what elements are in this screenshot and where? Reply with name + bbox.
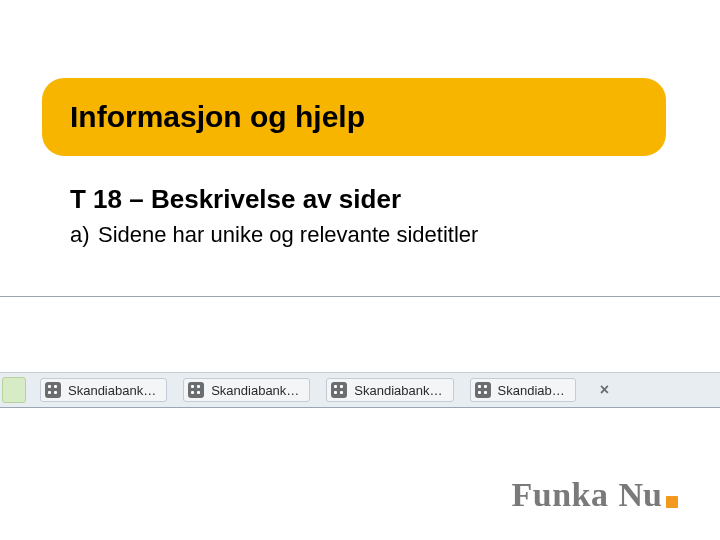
close-icon[interactable]: × bbox=[600, 381, 609, 399]
bullet-marker: a) bbox=[70, 222, 98, 248]
logo: Funka Nu bbox=[512, 476, 678, 514]
bullet-text: Sidene har unike og relevante sidetitler bbox=[98, 222, 478, 247]
browser-tab[interactable]: Skandiabank… bbox=[40, 378, 167, 402]
title-bar: Informasjon og hjelp bbox=[42, 78, 666, 156]
subtitle: T 18 – Beskrivelse av sider bbox=[70, 184, 401, 215]
tab-label: Skandiab… bbox=[498, 383, 565, 398]
browser-tab[interactable]: Skandiab… bbox=[470, 378, 576, 402]
favicon-icon bbox=[331, 382, 347, 398]
browser-tab[interactable]: Skandiabank… bbox=[183, 378, 310, 402]
favicon-icon bbox=[45, 382, 61, 398]
logo-word-1: Funka bbox=[512, 476, 609, 514]
logo-dot-icon bbox=[666, 496, 678, 508]
favicon-icon bbox=[188, 382, 204, 398]
browser-tabstrip: Skandiabank… Skandiabank… Skandiabank… S… bbox=[0, 372, 720, 407]
tab-label: Skandiabank… bbox=[211, 383, 299, 398]
slide-title: Informasjon og hjelp bbox=[70, 100, 365, 134]
browser-tab[interactable]: Skandiabank… bbox=[326, 378, 453, 402]
slide: Informasjon og hjelp T 18 – Beskrivelse … bbox=[0, 0, 720, 540]
favicon-icon bbox=[475, 382, 491, 398]
logo-word-2: Nu bbox=[619, 476, 662, 514]
tab-label: Skandiabank… bbox=[354, 383, 442, 398]
active-tab-stub[interactable] bbox=[2, 377, 26, 403]
tab-label: Skandiabank… bbox=[68, 383, 156, 398]
tabstrip-screenshot: Skandiabank… Skandiabank… Skandiabank… S… bbox=[0, 296, 720, 408]
bullet-line: a)Sidene har unike og relevante sidetitl… bbox=[70, 222, 478, 248]
